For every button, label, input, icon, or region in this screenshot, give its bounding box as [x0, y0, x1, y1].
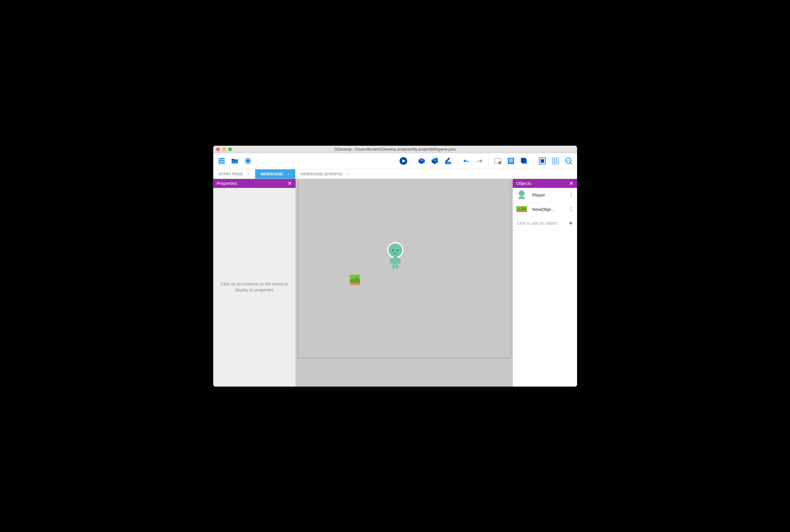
properties-body: Click on an instance on the scene to dis… — [213, 188, 296, 386]
tab-start-page[interactable]: START PAGE × — [213, 169, 255, 178]
properties-placeholder: Click on an instance on the scene to dis… — [219, 281, 290, 293]
open-folder-icon[interactable] — [229, 156, 240, 166]
object-row-newobject[interactable]: NewObje... ⋮ — [513, 202, 577, 216]
more-icon[interactable]: ⋮ — [568, 206, 573, 212]
project-manager-icon[interactable] — [216, 156, 227, 166]
svg-rect-28 — [509, 159, 513, 159]
svg-rect-26 — [499, 163, 500, 163]
window-title: GDevelop - /Users/florian/GDevelop proje… — [213, 147, 577, 151]
svg-rect-32 — [521, 158, 526, 163]
zoom-reset-icon[interactable]: 1:1 — [563, 156, 574, 166]
film-icon[interactable] — [492, 156, 503, 166]
add-object-button[interactable]: Click to add an object + — [513, 216, 577, 230]
svg-rect-47 — [392, 257, 398, 265]
list-icon[interactable] — [506, 156, 516, 166]
redo-icon[interactable] — [474, 156, 485, 166]
svg-point-57 — [519, 190, 525, 196]
svg-rect-22 — [435, 158, 438, 159]
layers-toggle-icon[interactable] — [519, 156, 530, 166]
toolbar-separator — [257, 156, 257, 166]
svg-rect-62 — [523, 197, 525, 199]
titlebar: GDevelop - /Users/florian/GDevelop proje… — [213, 146, 577, 153]
window-close-button[interactable] — [216, 148, 220, 151]
properties-header: Properties ✕ — [213, 179, 296, 188]
svg-rect-4 — [246, 159, 250, 163]
svg-text:1:1: 1:1 — [566, 159, 570, 162]
window-minimize-button[interactable] — [222, 148, 226, 151]
close-icon[interactable]: × — [287, 171, 290, 176]
tab-newscene-events[interactable]: NEWSCENE (EVENTS) × — [295, 169, 354, 178]
svg-rect-51 — [396, 265, 398, 269]
svg-line-9 — [245, 158, 246, 159]
toolbar-separator — [489, 156, 489, 166]
svg-rect-34 — [540, 159, 544, 163]
svg-line-11 — [245, 163, 246, 164]
edit-icon[interactable] — [443, 156, 454, 166]
debugger-icon[interactable] — [243, 156, 253, 166]
scene-instance-player[interactable] — [386, 242, 405, 269]
cube-add-icon[interactable] — [429, 156, 440, 166]
objects-header: Objects ✕ — [513, 179, 577, 188]
svg-rect-1 — [218, 160, 225, 161]
content-area: Properties ✕ Click on an instance on the… — [213, 179, 577, 386]
svg-rect-2 — [218, 162, 225, 163]
svg-line-10 — [250, 163, 251, 164]
svg-rect-3 — [218, 164, 225, 164]
tab-label: NEWSCENE — [260, 172, 283, 176]
objects-list: Player ⋮ NewObje... ⋮ Click to — [513, 188, 577, 386]
toolbar-separator — [533, 156, 533, 166]
svg-rect-0 — [218, 158, 225, 159]
cube-icon[interactable] — [416, 156, 427, 166]
svg-line-12 — [250, 158, 251, 159]
scene-instance-newobject[interactable] — [350, 275, 360, 285]
close-icon[interactable]: × — [247, 171, 250, 176]
toolbar: 1:1 — [213, 153, 577, 169]
grid-icon[interactable] — [550, 156, 561, 166]
more-icon[interactable]: ⋮ — [568, 191, 573, 198]
plus-icon: + — [569, 219, 573, 227]
object-name: NewObje... — [532, 207, 563, 212]
tab-label: NEWSCENE (EVENTS) — [301, 172, 342, 176]
objects-panel: Objects ✕ — [513, 179, 577, 386]
object-name: Player — [532, 192, 563, 197]
svg-rect-48 — [390, 259, 393, 264]
object-thumb-icon — [516, 204, 527, 214]
svg-point-46 — [397, 249, 399, 251]
object-row-player[interactable]: Player ⋮ — [513, 188, 577, 202]
object-thumb-icon — [516, 189, 527, 200]
app-window: GDevelop - /Users/florian/GDevelop proje… — [213, 146, 577, 386]
play-icon[interactable] — [398, 156, 409, 166]
svg-rect-50 — [392, 265, 395, 269]
close-icon[interactable]: ✕ — [569, 180, 573, 187]
properties-panel: Properties ✕ Click on an instance on the… — [213, 179, 296, 386]
scene-canvas[interactable] — [296, 179, 513, 386]
window-maximize-button[interactable] — [228, 148, 232, 151]
toolbar-separator — [457, 156, 457, 166]
add-object-label: Click to add an object — [517, 221, 557, 226]
svg-rect-23 — [445, 162, 451, 164]
svg-point-45 — [392, 249, 394, 251]
svg-rect-35 — [552, 158, 558, 164]
close-icon[interactable]: × — [347, 171, 349, 176]
svg-point-44 — [388, 243, 402, 257]
svg-point-59 — [522, 193, 523, 194]
close-icon[interactable]: ✕ — [288, 180, 292, 187]
svg-rect-61 — [519, 197, 520, 199]
svg-point-58 — [520, 193, 521, 194]
tab-bar: START PAGE × NEWSCENE × NEWSCENE (EVENTS… — [213, 169, 577, 179]
svg-rect-60 — [520, 196, 523, 199]
svg-rect-30 — [509, 162, 513, 162]
svg-rect-29 — [509, 160, 513, 161]
panel-title: Objects — [516, 181, 532, 186]
mask-icon[interactable] — [537, 156, 548, 166]
panel-title: Properties — [217, 181, 237, 186]
undo-icon[interactable] — [461, 156, 472, 166]
traffic-lights — [216, 148, 232, 151]
tab-newscene[interactable]: NEWSCENE × — [255, 169, 295, 178]
toolbar-separator — [412, 156, 413, 166]
svg-rect-49 — [398, 259, 401, 264]
svg-line-41 — [570, 163, 572, 165]
tab-label: START PAGE — [219, 172, 243, 176]
